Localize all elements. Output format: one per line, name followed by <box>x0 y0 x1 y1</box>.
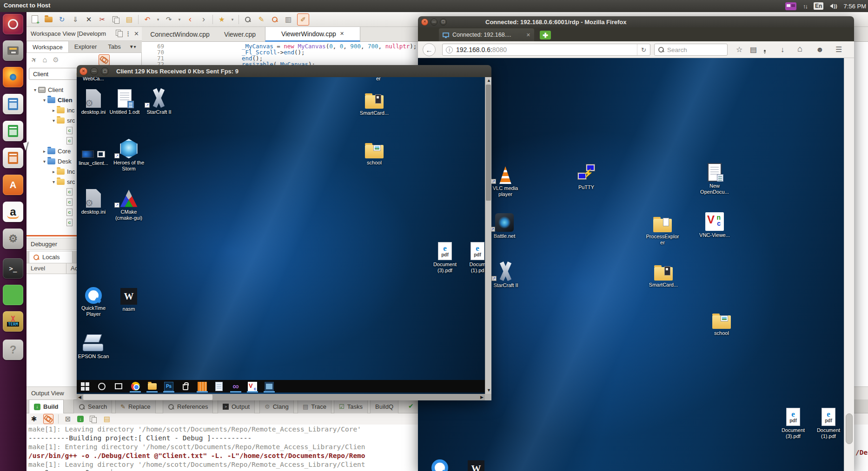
close-panel-icon[interactable]: ✕ <box>134 30 139 37</box>
desktop-icon-untitled-odt[interactable]: Untitled 1.odt <box>106 87 143 115</box>
save-icon[interactable]: ⇓ <box>71 15 80 24</box>
top-menubar[interactable]: Connect to Host ↑↓ En )) 7:56 PM <box>0 0 868 12</box>
desktop-icon-nasm-cut[interactable]: W <box>458 457 494 471</box>
scroll-down-icon[interactable]: ▼ <box>487 388 491 392</box>
download-icon[interactable]: ↓ <box>781 45 784 54</box>
link-scroll-toggle[interactable] <box>43 414 53 424</box>
tab-workspace[interactable]: Workspace <box>27 41 69 52</box>
home-icon[interactable]: ⌂ <box>797 44 802 53</box>
undo-icon[interactable]: ↶ <box>143 15 152 24</box>
vertical-scrollbar[interactable]: ▲ ▼ <box>485 77 491 394</box>
scrollbar-thumb[interactable] <box>486 85 491 201</box>
close-button[interactable]: ✕ <box>421 19 428 26</box>
network-arrows-icon[interactable]: ↑↓ <box>803 3 807 10</box>
new-file-icon[interactable]: + <box>30 15 40 24</box>
link-editor-toggle[interactable] <box>99 54 110 65</box>
tab-replace[interactable]: ✎Replace <box>115 399 156 413</box>
detach-panel-icon[interactable] <box>116 30 122 38</box>
vnc-taskbar-icon[interactable]: Vc <box>244 380 261 392</box>
launcher-impress-icon[interactable] <box>3 148 23 168</box>
start-button[interactable] <box>77 380 93 392</box>
back-button[interactable]: ← <box>423 43 436 56</box>
home-icon[interactable]: ⌂ <box>43 56 47 64</box>
photoshop-icon[interactable]: Ps <box>160 380 177 392</box>
scrollbar-thumb[interactable] <box>83 394 212 400</box>
new-tab-button[interactable]: ✚ <box>540 31 551 39</box>
desktop-icon-smartcard[interactable]: SmartCard... <box>645 260 682 288</box>
desktop-icon-processexplorer[interactable]: ProcessExplor er <box>644 212 681 246</box>
tab-trace[interactable]: ▤Trace <box>298 399 331 413</box>
shield-icon[interactable]: v <box>764 46 766 55</box>
scroll-up-icon[interactable]: ▲ <box>487 78 491 83</box>
cut-icon[interactable]: ✂ <box>98 15 107 24</box>
page-scrollbar[interactable] <box>844 58 854 471</box>
scroll-right-icon[interactable]: ▶ <box>480 395 484 399</box>
column-level[interactable]: Level <box>27 263 66 274</box>
desktop-icon-starcraft2[interactable]: ↗StarCraft II <box>488 261 524 288</box>
desktop-icon-putty[interactable]: ⚡PuTTY <box>568 163 604 190</box>
minimize-button[interactable]: — <box>431 19 437 26</box>
copy-icon[interactable] <box>111 15 120 24</box>
launcher-writer-icon[interactable] <box>3 94 23 114</box>
spreadsheet-icon[interactable] <box>194 380 211 392</box>
undo-dropdown-icon[interactable]: ▾ <box>156 15 160 24</box>
pin-icon[interactable]: ✱ <box>29 414 39 424</box>
volume-icon[interactable]: )) <box>830 3 837 9</box>
tab-viewer-cpp[interactable]: Viewer.cpp <box>215 27 265 42</box>
highlighter-toggle[interactable]: ✐ <box>297 13 309 26</box>
maximize-button[interactable]: ▢ <box>440 19 447 26</box>
firefox-tab[interactable]: Connected: 192.168.... ✕ <box>439 28 534 41</box>
url-bar[interactable]: i 192.168.0.6:8080 ↻ <box>442 44 650 56</box>
panel-menu-icon[interactable]: ⋮ <box>125 30 131 37</box>
desktop-icon-school[interactable]: school <box>356 138 392 166</box>
tab-clang[interactable]: ⚙Clang <box>259 399 294 413</box>
firefox-titlebar[interactable]: ✕ — ▢ Connected: 192.168.0.6:6001/rdp - … <box>418 16 854 27</box>
launcher-terminal-icon[interactable]: >_ <box>3 258 23 279</box>
launcher-dash-icon[interactable] <box>3 14 23 34</box>
bookmark-dropdown-icon[interactable]: ▾ <box>231 15 234 24</box>
tab-tabs[interactable]: Tabs <box>102 41 126 52</box>
desktop-icon-smartcard[interactable]: SmartCard... <box>356 88 392 116</box>
scrollbar-thumb[interactable] <box>846 413 853 444</box>
desktop-icon-new-opendocument[interactable]: New OpenDocu... <box>696 161 733 195</box>
launcher-firefox-icon[interactable] <box>3 67 23 87</box>
cortana-icon[interactable] <box>93 380 110 392</box>
emoji-icon[interactable]: ☻ <box>816 45 824 54</box>
paste-icon[interactable]: ▤ <box>102 414 112 424</box>
reload-icon[interactable]: ↻ <box>57 15 66 24</box>
desktop-icon-document3-pdf[interactable]: epdfDocument (3).pdf <box>775 406 811 439</box>
reload-icon[interactable]: ↻ <box>637 44 650 55</box>
tab-locals[interactable]: Locals <box>29 251 73 263</box>
clear-icon[interactable]: ⊠ <box>63 414 73 424</box>
desktop-icon-nasm[interactable]: Wnasm <box>111 284 147 312</box>
tab-viewerwindow-cpp[interactable]: ViewerWindow.cpp✕ <box>265 27 360 42</box>
documentation-icon[interactable]: ▥ <box>284 15 293 24</box>
desktop-icon-linux-client[interactable]: linux_client... <box>77 142 112 166</box>
edit-search-icon[interactable]: ✎ <box>257 15 266 24</box>
launcher-files-icon[interactable] <box>3 40 23 61</box>
desktop-icon-school[interactable]: school <box>703 308 740 336</box>
screen-share-icon[interactable] <box>785 2 796 10</box>
site-info-icon[interactable]: i <box>446 46 453 53</box>
clock[interactable]: 7:56 PM <box>844 3 866 10</box>
launcher-calc-icon[interactable] <box>3 121 23 141</box>
desktop-icon-desktopini2[interactable]: ⚙desktop.ini <box>77 187 112 215</box>
remote-desktop[interactable]: WebCa... er ⚙desktop.ini Untitled 1.odt … <box>77 77 485 394</box>
launcher-workspaces-icon[interactable] <box>3 285 23 305</box>
tab-tasks[interactable]: ☑Tasks <box>334 399 368 413</box>
desktop-icon-starcraft2[interactable]: ↗StarCraft II <box>141 87 177 115</box>
open-folder-icon[interactable] <box>44 15 53 24</box>
reading-list-icon[interactable]: ▤ <box>750 45 757 54</box>
desktop-icon-battlenet[interactable]: ↗Battle.net <box>486 211 523 239</box>
notepad-icon[interactable] <box>211 380 227 392</box>
client-titlebar[interactable]: ✕ — ▢ Client 129 Kbs Received 0 Kbs Sent… <box>77 65 491 77</box>
tab-references[interactable]: References <box>163 399 213 413</box>
gear-icon[interactable]: ⚙ <box>53 56 59 64</box>
find-in-files-icon[interactable] <box>270 15 279 24</box>
close-tab-icon[interactable]: ✕ <box>340 31 344 37</box>
bookmark-star-icon[interactable]: ☆ <box>736 45 742 54</box>
photos-icon[interactable] <box>261 380 278 392</box>
scroll-left-icon[interactable]: ◀ <box>78 395 81 399</box>
search-icon[interactable] <box>243 15 252 24</box>
desktop-icon-vlc[interactable]: ↗VLC media player <box>487 164 523 197</box>
